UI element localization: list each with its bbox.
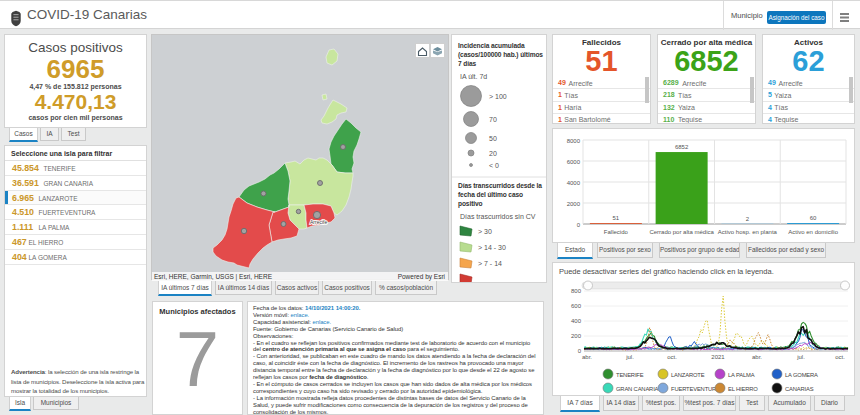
svg-text:Activo hosp. en planta: Activo hosp. en planta	[718, 229, 778, 235]
svg-text:jul.: jul.	[625, 354, 634, 360]
svg-text:abr.: abr.	[582, 354, 592, 360]
svg-text:oct.: oct.	[835, 354, 845, 360]
svg-text:600: 600	[571, 303, 582, 309]
svg-text:6852: 6852	[675, 144, 689, 150]
svg-text:TENERIFE: TENERIFE	[616, 372, 644, 378]
svg-text:800: 800	[571, 288, 582, 294]
svg-text:51: 51	[613, 215, 620, 221]
svg-text:FUERTEVENTURA: FUERTEVENTURA	[671, 386, 720, 392]
svg-text:Incidencia acumulada: Incidencia acumulada	[458, 42, 525, 49]
svg-text:LANZAROTE: LANZAROTE	[671, 372, 705, 378]
svg-text:70: 70	[489, 116, 497, 123]
svg-text:Fallecido: Fallecido	[604, 229, 629, 235]
svg-text:fecha del último caso: fecha del último caso	[458, 191, 523, 198]
svg-text:Días transcurridos desde la: Días transcurridos desde la	[458, 182, 542, 189]
svg-text:0: 0	[577, 222, 581, 228]
svg-text:abr.: abr.	[752, 354, 762, 360]
svg-text:200: 200	[571, 333, 582, 339]
svg-text:2000: 2000	[567, 201, 581, 207]
svg-text:Activo en domicilio: Activo en domicilio	[788, 229, 838, 235]
svg-text:EL HIERRO: EL HIERRO	[728, 386, 758, 392]
svg-text:> 30: > 30	[478, 228, 492, 235]
svg-text:LA GOMERA: LA GOMERA	[785, 372, 818, 378]
svg-text:2021: 2021	[711, 354, 725, 360]
svg-text:> 100: > 100	[489, 93, 507, 100]
svg-text:< 0: < 0	[489, 162, 499, 169]
svg-text:50: 50	[489, 135, 497, 142]
svg-text:> 14 - 30: > 14 - 30	[478, 244, 506, 251]
svg-text:60: 60	[810, 215, 817, 221]
svg-text:jul.: jul.	[796, 354, 805, 360]
svg-text:20: 20	[489, 150, 497, 157]
svg-text:GRAN CANARIA: GRAN CANARIA	[616, 386, 659, 392]
svg-text:> 7 - 14: > 7 - 14	[478, 260, 502, 267]
svg-text:6000: 6000	[567, 159, 581, 165]
svg-text:positivo: positivo	[458, 200, 483, 208]
svg-text:(casos/100000 hab.) últimos: (casos/100000 hab.) últimos	[458, 51, 543, 59]
svg-text:7 días: 7 días	[458, 60, 477, 67]
svg-text:IA últ. 7d: IA últ. 7d	[460, 73, 487, 80]
svg-text:2: 2	[746, 216, 750, 222]
svg-text:Cerrado por alta médica: Cerrado por alta médica	[649, 229, 714, 235]
svg-text:8000: 8000	[567, 138, 581, 144]
svg-text:4000: 4000	[567, 180, 581, 186]
svg-text:Días trascurridos sin CV: Días trascurridos sin CV	[460, 213, 536, 220]
svg-text:CANARIAS: CANARIAS	[785, 386, 814, 392]
svg-text:LA PALMA: LA PALMA	[728, 372, 755, 378]
svg-text:Arrecife: Arrecife	[310, 219, 327, 225]
svg-text:400: 400	[571, 318, 582, 324]
svg-text:oct.: oct.	[667, 354, 677, 360]
